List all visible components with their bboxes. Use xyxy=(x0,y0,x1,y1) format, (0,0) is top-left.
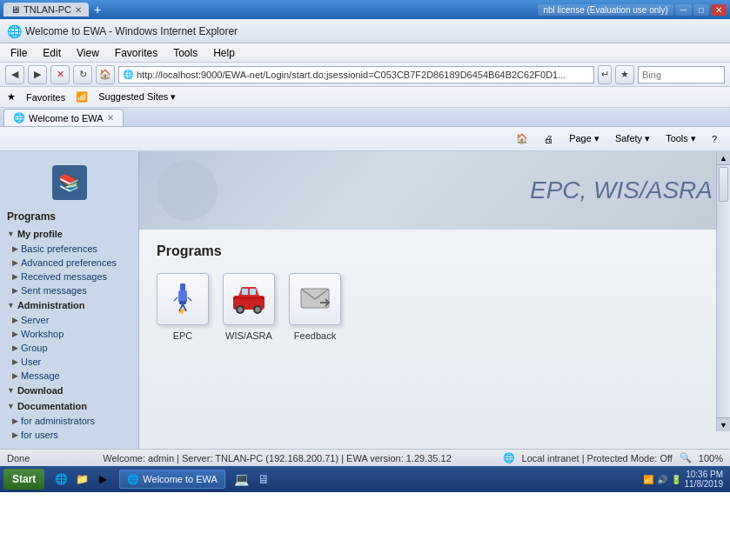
favorites-star[interactable]: ★ xyxy=(615,65,634,84)
sidebar-item-server[interactable]: ▶ Server xyxy=(0,313,138,327)
collapse-triangle-download: ▼ xyxy=(7,386,15,395)
arrow-icon: ▶ xyxy=(12,244,18,253)
sidebar: 📚 Programs ▼ My profile ▶ Basic preferen… xyxy=(0,151,139,449)
zone-icon: 🌐 xyxy=(503,452,515,463)
start-button[interactable]: Start xyxy=(3,469,44,490)
sidebar-group-label-myprofile: My profile xyxy=(17,229,63,239)
ie-titlebar: 🌐 Welcome to EWA - Windows Internet Expl… xyxy=(0,19,730,43)
tab-close-button[interactable]: ✕ xyxy=(75,5,82,15)
address-input[interactable] xyxy=(137,70,590,80)
go-button[interactable]: ↵ xyxy=(598,65,612,84)
zone-label: Local intranet | Protected Mode: Off xyxy=(522,453,673,463)
collapse-triangle-doc: ▼ xyxy=(7,402,15,410)
content-area: 📚 Programs ▼ My profile ▶ Basic preferen… xyxy=(0,151,730,449)
favorites-menu[interactable]: Favorites xyxy=(108,45,164,61)
arrow-icon: ▶ xyxy=(12,330,18,338)
clock-area[interactable]: 10:36 PM 11/8/2019 xyxy=(685,470,724,489)
suggested-sites-item[interactable]: Suggested Sites ▾ xyxy=(95,90,179,103)
status-bar: Done Welcome: admin | Server: TNLAN-PC (… xyxy=(0,449,730,466)
favorites-item[interactable]: Favorites xyxy=(23,91,69,103)
epc-icon-box[interactable] xyxy=(157,273,209,325)
status-message: Welcome: admin | Server: TNLAN-PC (192.1… xyxy=(103,453,451,463)
sidebar-item-advanced-preferences[interactable]: ▶ Advanced preferences xyxy=(0,256,138,270)
wis-icon-box[interactable] xyxy=(223,273,275,325)
page-tab-favicon: 🌐 xyxy=(13,112,25,123)
taskbar-folder-icon[interactable]: 📁 xyxy=(72,470,91,489)
sidebar-item-workshop[interactable]: ▶ Workshop xyxy=(0,327,138,341)
refresh-button[interactable]: ↻ xyxy=(73,65,92,84)
sidebar-group-documentation[interactable]: ▼ Documentation xyxy=(0,398,138,414)
close-window-button[interactable]: ✕ xyxy=(711,4,727,16)
ie-tab-bar: 🌐 Welcome to EWA ✕ xyxy=(0,108,730,127)
sidebar-group-download[interactable]: ▼ Download xyxy=(0,383,138,398)
taskbar-extra-icon-1[interactable]: 💻 xyxy=(232,470,251,489)
page-tab[interactable]: 🌐 Welcome to EWA ✕ xyxy=(3,109,124,126)
scroll-down-button[interactable]: ▼ xyxy=(717,417,730,431)
svg-point-13 xyxy=(255,307,260,312)
done-label: Done xyxy=(7,453,30,463)
arrow-icon: ▶ xyxy=(12,430,18,439)
browser-tab[interactable]: 🖥 TNLAN-PC ✕ xyxy=(3,3,89,17)
sidebar-item-user[interactable]: ▶ User xyxy=(0,355,138,369)
sidebar-item-label: Basic preferences xyxy=(21,243,97,254)
toolbar-print-button[interactable]: 🖨 xyxy=(538,131,559,147)
tab-favicon: 🖥 xyxy=(10,4,20,15)
scrollbar[interactable]: ▲ ▼ xyxy=(716,151,730,431)
sidebar-item-basic-preferences[interactable]: ▶ Basic preferences xyxy=(0,242,138,256)
sidebar-item-received-messages[interactable]: ▶ Received messages xyxy=(0,270,138,283)
toolbar-page-button[interactable]: Page ▾ xyxy=(563,130,606,147)
arrow-icon: ▶ xyxy=(12,357,18,366)
scroll-thumb[interactable] xyxy=(719,167,728,202)
favorites-bar: ★ Favorites 📶 Suggested Sites ▾ xyxy=(0,87,730,108)
clock-time: 10:36 PM xyxy=(685,470,724,479)
suggested-sites-label: Suggested Sites ▾ xyxy=(98,91,176,103)
file-menu[interactable]: File xyxy=(3,45,34,61)
sidebar-group-administration[interactable]: ▼ Administration xyxy=(0,297,138,313)
sidebar-item-message[interactable]: ▶ Message xyxy=(0,369,138,383)
arrow-icon: ▶ xyxy=(12,286,18,295)
taskbar-window-favicon: 🌐 xyxy=(127,474,139,485)
program-item-feedback[interactable]: Feedback xyxy=(289,273,341,341)
taskbar-extra-icon-2[interactable]: 🖥 xyxy=(254,470,273,489)
svg-rect-8 xyxy=(242,289,248,295)
sidebar-item-for-users[interactable]: ▶ for users xyxy=(0,428,138,442)
tools-menu[interactable]: Tools xyxy=(166,45,204,61)
scroll-up-button[interactable]: ▲ xyxy=(717,151,730,165)
svg-rect-1 xyxy=(178,290,187,303)
home-button[interactable]: 🏠 xyxy=(96,65,115,84)
sidebar-item-sent-messages[interactable]: ▶ Sent messages xyxy=(0,283,138,297)
help-menu[interactable]: Help xyxy=(206,45,242,61)
search-input[interactable] xyxy=(642,70,730,80)
minimize-button[interactable]: ─ xyxy=(675,4,692,16)
back-button[interactable]: ◀ xyxy=(5,65,24,84)
edit-menu[interactable]: Edit xyxy=(36,45,68,61)
feedback-icon-box[interactable] xyxy=(289,273,341,325)
page-tab-close[interactable]: ✕ xyxy=(107,113,114,123)
maximize-button[interactable]: □ xyxy=(693,4,709,16)
forward-button[interactable]: ▶ xyxy=(28,65,47,84)
sidebar-group-myprofile[interactable]: ▼ My profile xyxy=(0,226,138,242)
tray-volume-icon: 🔊 xyxy=(657,475,667,484)
arrow-icon: ▶ xyxy=(12,371,18,380)
sidebar-item-for-administrators[interactable]: ▶ for administrators xyxy=(0,414,138,428)
license-note: nbl license (Evaluation use only) xyxy=(538,4,673,16)
clock-date: 11/8/2019 xyxy=(685,479,724,489)
toolbar-help-button[interactable]: ? xyxy=(706,131,723,147)
sidebar-item-group[interactable]: ▶ Group xyxy=(0,341,138,355)
view-menu[interactable]: View xyxy=(70,45,106,61)
collapse-triangle-myprofile: ▼ xyxy=(7,230,15,238)
search-bar: 🔍 xyxy=(638,66,725,83)
new-tab-button[interactable]: + xyxy=(90,3,104,17)
taskbar-ie-icon[interactable]: 🌐 xyxy=(51,470,70,489)
taskbar-mediaplayer-icon[interactable]: ▶ xyxy=(93,470,112,489)
zoom-level: 100% xyxy=(699,453,723,463)
stop-button[interactable]: ✕ xyxy=(50,65,70,84)
toolbar-tools-button[interactable]: Tools ▾ xyxy=(660,130,702,147)
program-item-wis[interactable]: WIS/ASRA xyxy=(223,273,275,341)
toolbar-safety-button[interactable]: Safety ▾ xyxy=(609,130,656,147)
taskbar-window-item[interactable]: 🌐 Welcome to EWA xyxy=(119,470,225,489)
nav-bar: ◀ ▶ ✕ ↻ 🏠 🌐 ↵ ★ 🔍 xyxy=(0,63,730,87)
toolbar-home-button[interactable]: 🏠 xyxy=(510,130,534,147)
arrow-icon: ▶ xyxy=(12,316,18,324)
program-item-epc[interactable]: EPC xyxy=(157,273,209,341)
